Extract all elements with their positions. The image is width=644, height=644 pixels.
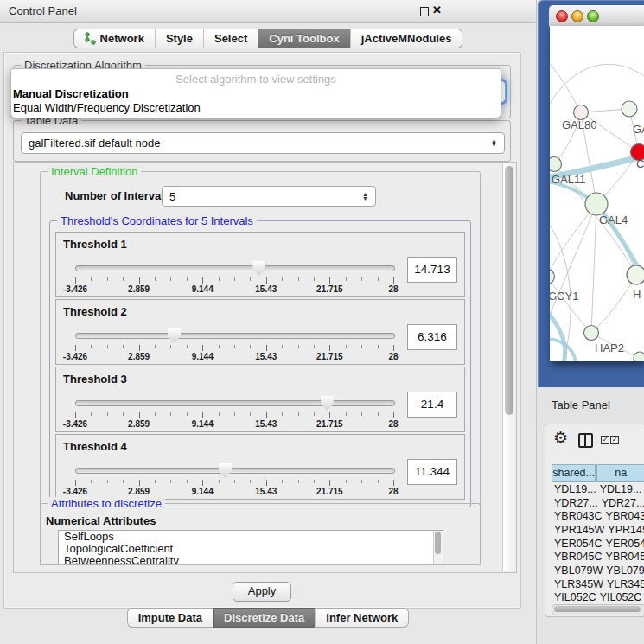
tab-style[interactable]: Style [155, 29, 203, 48]
slider-thumb[interactable] [321, 396, 334, 411]
network-node[interactable] [585, 193, 608, 215]
network-view-window[interactable]: GAL80GACGAL11GAL4GCY1HHAP2 [538, 0, 644, 387]
scrollbar-thumb[interactable] [435, 532, 441, 554]
threshold-value-field[interactable]: 21.4 [407, 392, 457, 418]
table-cell[interactable]: YBR045C [552, 551, 603, 563]
apply-button[interactable]: Apply [233, 582, 291, 602]
select-columns-icon[interactable]: ✓ ✓ [601, 436, 619, 444]
network-node[interactable] [627, 265, 644, 284]
table-cell[interactable]: YPR145W [552, 524, 604, 536]
network-edge[interactable] [591, 204, 596, 333]
table-row[interactable]: YDR27...YDR27... [552, 496, 644, 510]
window-close-button[interactable] [556, 10, 568, 22]
table-cell[interactable]: YBL079W [603, 564, 644, 577]
slider-thumb[interactable] [168, 328, 181, 343]
list-item[interactable]: BetweennessCentrality [59, 555, 443, 564]
threshold-value-field[interactable]: 11.344 [407, 459, 457, 485]
network-window-titlebar[interactable] [549, 5, 644, 27]
threshold-slider[interactable]: -3.4262.8599.14415.4321.71528 [75, 258, 393, 295]
table-row[interactable]: YER054CYER054C [552, 537, 644, 551]
table-cell[interactable]: YBR043C [552, 510, 603, 522]
slider-track[interactable] [75, 265, 395, 271]
list-item[interactable]: TopologicalCoefficient [59, 543, 443, 555]
threshold-slider[interactable]: -3.4262.8599.14415.4321.71528 [75, 393, 393, 430]
network-node[interactable] [574, 105, 589, 120]
table-cell[interactable]: YER054C [603, 538, 644, 550]
slider-thumb[interactable] [219, 463, 232, 478]
float-window-icon[interactable] [420, 7, 429, 16]
table-cell[interactable]: YIL052C [552, 591, 596, 603]
network-edge[interactable] [550, 311, 565, 361]
slider-thumb[interactable] [252, 261, 265, 276]
scrollbar-thumb[interactable] [505, 166, 513, 415]
table-row[interactable]: YBR045CYBR045C [552, 550, 644, 564]
tab-jactivemnodules[interactable]: jActiveMNodules [350, 29, 463, 48]
table-cell[interactable]: YIL052C [596, 591, 644, 603]
columns-icon[interactable] [578, 433, 593, 448]
tick-mark [202, 480, 203, 486]
table-cell[interactable]: YDL19... [596, 483, 644, 495]
table-cell[interactable]: YDL19... [552, 483, 596, 495]
scrollbar-thumb[interactable] [554, 606, 641, 612]
table-row[interactable]: YBL079WYBL079W [552, 564, 644, 577]
network-edge[interactable] [550, 204, 596, 277]
tab-select[interactable]: Select [203, 29, 258, 48]
threshold-value-field[interactable]: 6.316 [407, 324, 457, 350]
table-cell[interactable]: YBR043C [603, 510, 644, 522]
slider-track[interactable] [75, 400, 395, 406]
column-header[interactable]: shared... [552, 464, 596, 482]
tick-mark [139, 480, 140, 486]
tab-impute-data[interactable]: Impute Data [127, 608, 213, 628]
network-edge[interactable] [550, 64, 644, 104]
table-cell[interactable]: YER054C [552, 538, 603, 550]
table-cell[interactable]: YBR045C [603, 551, 644, 563]
tab-network[interactable]: Network [73, 29, 155, 48]
threshold-slider[interactable]: -3.4262.8599.14415.4321.71528 [75, 326, 393, 362]
tab-cyni-toolbox[interactable]: Cyni Toolbox [258, 29, 349, 48]
table-cell[interactable]: YBL079W [552, 564, 603, 577]
table-row[interactable]: YIL052CYIL052C [552, 591, 644, 605]
table-row[interactable]: YBR043CYBR043C [552, 509, 644, 523]
network-node[interactable] [634, 352, 644, 361]
threshold-slider[interactable]: -3.4262.8599.14415.4321.71528 [75, 461, 393, 497]
table-data-group: Table Data galFiltered.sif default node … [13, 120, 511, 162]
window-zoom-button[interactable] [587, 10, 599, 22]
tab-infer-network[interactable]: Infer Network [315, 608, 409, 628]
column-header[interactable]: na [596, 464, 644, 482]
slider-ticks [75, 345, 393, 351]
horizontal-scrollbar[interactable] [552, 604, 644, 615]
table-cell[interactable]: YLR345W [552, 578, 603, 590]
slider-track[interactable] [75, 468, 395, 474]
number-of-intervals-combobox[interactable]: 5 ▲▼ [162, 186, 376, 207]
network-node[interactable] [622, 101, 637, 117]
network-canvas[interactable]: GAL80GACGAL11GAL4GCY1HHAP2 [550, 26, 644, 361]
table-cell[interactable]: YPR145W [604, 524, 644, 536]
table-row[interactable]: YDL19...YDL19... [552, 482, 644, 496]
numerical-attributes-list[interactable]: SelfLoopsTopologicalCoefficientBetweenne… [58, 530, 443, 564]
table-row[interactable]: YLR345WYLR345W [552, 577, 644, 591]
table-cell[interactable]: YDR27... [552, 497, 598, 509]
tab-discretize-data[interactable]: Discretize Data [213, 608, 315, 628]
table-cell[interactable]: YLR345W [603, 578, 644, 590]
group-title: Interval Definition [48, 165, 141, 178]
table-cell[interactable]: YDR27... [598, 497, 644, 509]
vertical-scrollbar[interactable] [502, 163, 516, 571]
dropdown-option-manual-discretization[interactable]: Manual Discretization [11, 87, 501, 101]
tick-mark [378, 480, 379, 483]
gear-icon[interactable]: ⚙ [553, 428, 568, 448]
list-item[interactable]: SelfLoops [59, 531, 443, 543]
network-edge[interactable] [550, 204, 596, 324]
network-edge[interactable] [550, 61, 581, 112]
dropdown-option-equal-width-frequency[interactable]: Equal Width/Frequency Discretization [11, 101, 501, 115]
table-row[interactable]: YPR145WYPR145W [552, 523, 644, 537]
close-icon[interactable]: ✕ [432, 3, 442, 16]
threshold-value-field[interactable]: 14.713 [407, 257, 457, 283]
list-scrollbar[interactable] [433, 531, 443, 564]
window-minimize-button[interactable] [571, 10, 583, 22]
network-node[interactable] [584, 326, 599, 341]
network-node[interactable] [550, 157, 562, 172]
network-edge[interactable] [591, 275, 636, 333]
table-data-combobox[interactable]: galFiltered.sif default node ▲▼ [21, 132, 505, 154]
network-node[interactable] [550, 270, 555, 284]
slider-track[interactable] [75, 333, 395, 339]
